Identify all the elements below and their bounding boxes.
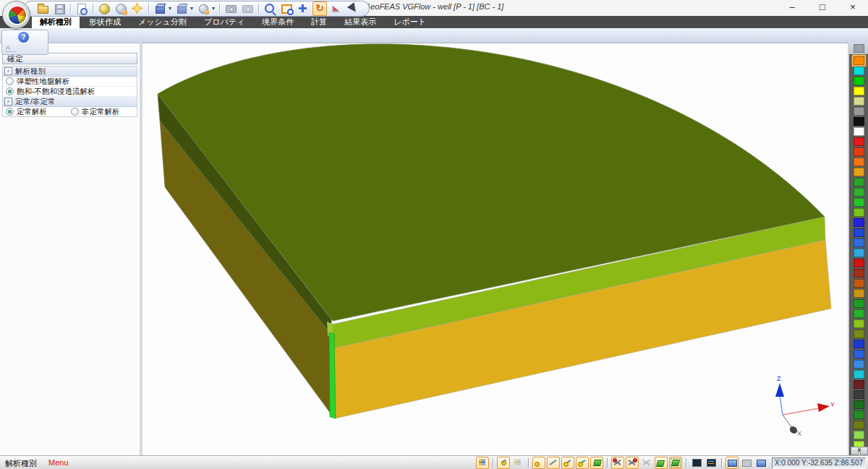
view-direction-icon[interactable]: ▾	[153, 1, 167, 16]
palette-swatch[interactable]	[854, 158, 864, 166]
palette-swatch[interactable]	[854, 390, 864, 399]
palette-swatch[interactable]	[854, 279, 864, 288]
view-layout-icon[interactable]	[476, 457, 489, 469]
palette-swatch[interactable]	[854, 56, 864, 65]
radio-icon[interactable]	[6, 87, 14, 95]
tab-geometry[interactable]: 形状作成	[81, 16, 129, 28]
palette-swatch[interactable]	[854, 380, 864, 389]
pane-left-icon[interactable]	[726, 457, 739, 469]
draw-region-icon[interactable]	[590, 457, 603, 469]
palette-swatch[interactable]	[854, 117, 864, 126]
tab-analysis-type[interactable]: 解析種別	[32, 16, 80, 28]
select-face-icon[interactable]	[640, 457, 653, 469]
option-unsteady[interactable]: 非定常解析	[71, 107, 120, 117]
palette-swatch[interactable]	[854, 97, 864, 106]
clip-plane-icon[interactable]	[329, 1, 344, 16]
tab-boundary-conditions[interactable]: 境界条件	[254, 16, 302, 28]
palette-header-swatch[interactable]	[854, 44, 864, 53]
palette-swatch[interactable]	[854, 350, 864, 358]
group-header-steady-state[interactable]: « 定常/非定常	[3, 97, 137, 107]
option-steady[interactable]: 定常解析	[6, 107, 68, 117]
palette-swatch[interactable]	[854, 87, 864, 95]
draw-point-icon[interactable]	[532, 457, 545, 469]
tab-properties[interactable]: プロパティ	[196, 16, 252, 28]
radio-icon[interactable]	[6, 77, 14, 85]
tab-report[interactable]: レポート	[386, 16, 434, 28]
zoom-window-icon[interactable]	[279, 1, 294, 16]
tab-calculation[interactable]: 計算	[303, 16, 335, 28]
radio-icon[interactable]	[6, 108, 14, 116]
radio-icon[interactable]	[71, 108, 79, 116]
close-button[interactable]: ×	[838, 0, 868, 16]
palette-swatch[interactable]	[854, 208, 864, 217]
select-block-icon[interactable]	[655, 457, 668, 469]
palette-swatch[interactable]	[854, 410, 864, 419]
palette-swatch[interactable]	[854, 431, 864, 439]
snap-grid-icon[interactable]	[511, 457, 524, 469]
option-elastoplastic[interactable]: 弾塑性地盤解析	[3, 77, 137, 87]
display-mesh-icon[interactable]	[690, 457, 703, 469]
palette-swatch[interactable]	[854, 107, 864, 116]
draw-polyline-icon[interactable]	[561, 457, 574, 469]
palette-swatch[interactable]	[854, 330, 864, 338]
select-region-icon[interactable]	[669, 457, 682, 469]
palette-swatch[interactable]	[854, 188, 864, 197]
view-preset-icon[interactable]: ▾	[174, 1, 189, 16]
app-logo[interactable]	[2, 1, 30, 29]
palette-swatch[interactable]	[854, 178, 864, 186]
group-header-analysis-type[interactable]: « 解析種別	[3, 66, 137, 77]
palette-swatch[interactable]	[854, 66, 864, 75]
collapse-icon[interactable]: «	[4, 98, 12, 106]
pan-icon[interactable]	[296, 1, 310, 16]
annotation-icon[interactable]: A	[6, 44, 16, 52]
palette-scroll-up-button[interactable]	[851, 447, 859, 455]
save-icon[interactable]	[52, 1, 67, 16]
palette-swatch[interactable]	[854, 249, 864, 257]
open-icon[interactable]	[35, 1, 50, 16]
palette-swatch[interactable]	[854, 319, 864, 328]
palette-swatch[interactable]	[854, 309, 864, 318]
palette-swatch[interactable]	[854, 400, 864, 409]
minimize-button[interactable]: –	[777, 0, 807, 16]
palette-swatch[interactable]	[854, 370, 864, 379]
draw-line-icon[interactable]	[547, 457, 560, 469]
print-preview-icon[interactable]	[75, 1, 89, 16]
pane-right-icon[interactable]	[754, 457, 767, 469]
palette-swatch[interactable]	[854, 228, 864, 237]
palette-swatch[interactable]	[854, 340, 864, 348]
collapse-icon[interactable]: «	[4, 67, 12, 75]
tab-results[interactable]: 結果表示	[336, 16, 384, 28]
palette-swatch[interactable]	[854, 269, 864, 277]
select-point-icon[interactable]	[611, 457, 624, 469]
palette-swatch[interactable]	[854, 127, 864, 136]
palette-swatch[interactable]	[854, 77, 864, 85]
palette-swatch[interactable]	[854, 168, 864, 176]
light-icon[interactable]	[130, 1, 145, 16]
shading-settings-icon[interactable]	[114, 1, 128, 16]
snap-point-icon[interactable]	[497, 457, 510, 469]
zoom-in-icon[interactable]	[263, 1, 277, 16]
capture-icon[interactable]	[224, 1, 238, 16]
palette-swatch[interactable]	[854, 421, 864, 429]
palette-swatch[interactable]	[854, 137, 864, 146]
help-icon[interactable]: ?	[18, 32, 29, 43]
palette-swatch[interactable]	[854, 218, 864, 227]
palette-swatch[interactable]	[854, 147, 864, 156]
palette-swatch[interactable]	[854, 299, 864, 308]
pane-center-icon[interactable]	[740, 457, 753, 469]
option-seepage-flow[interactable]: 飽和-不飽和浸透流解析	[3, 87, 137, 97]
display-contour-icon[interactable]	[705, 457, 718, 469]
palette-swatch[interactable]	[854, 259, 864, 267]
model-viewport[interactable]: Z Y X	[142, 43, 848, 456]
draw-spline-icon[interactable]	[576, 457, 589, 469]
maximize-button[interactable]: □	[807, 0, 838, 16]
select-line-icon[interactable]	[626, 457, 639, 469]
palette-swatch[interactable]	[854, 198, 864, 207]
shading-icon[interactable]	[97, 1, 111, 16]
palette-swatch[interactable]	[854, 238, 864, 247]
capture-compare-icon[interactable]	[240, 1, 255, 16]
palette-swatch[interactable]	[854, 289, 864, 298]
tab-meshing[interactable]: メッシュ分割	[130, 16, 195, 28]
status-menu-link[interactable]: Menu	[48, 458, 69, 469]
view-rotate-preset-icon[interactable]: ▾	[196, 1, 210, 16]
